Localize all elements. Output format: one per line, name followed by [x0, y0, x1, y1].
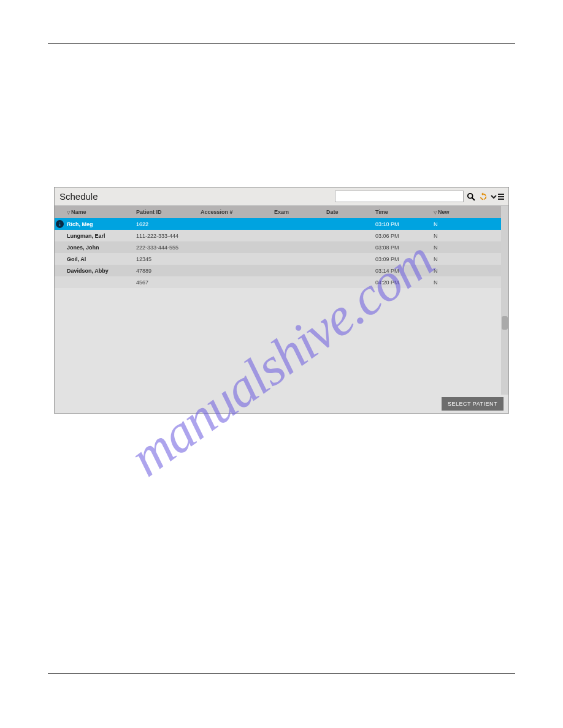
cell-patient-id: 12345 [136, 256, 201, 262]
cell-new: N [434, 279, 477, 286]
cell-name: Davidson, Abby [66, 268, 136, 274]
cell-time: 03:14 PM [375, 268, 434, 274]
scrollbar-thumb[interactable] [502, 316, 508, 330]
info-icon[interactable]: i [56, 220, 64, 228]
window-title: Schedule [59, 191, 98, 202]
cell-time: 03:08 PM [375, 245, 434, 251]
schedule-window: Schedule ▽Name Patie [54, 187, 509, 414]
cell-name: Rich, Meg [66, 221, 136, 227]
cell-time: 03:10 PM [375, 221, 434, 227]
search-icon[interactable] [466, 192, 476, 202]
svg-line-1 [472, 197, 475, 200]
col-header-exam[interactable]: Exam [274, 209, 326, 215]
table-row[interactable]: Lungman, Earl111-222-333-44403:06 PMN [55, 230, 501, 241]
table-row[interactable]: Davidson, Abby4788903:14 PMN [55, 265, 501, 276]
cell-new: N [434, 268, 477, 274]
cell-new: N [434, 233, 477, 239]
table-row[interactable]: Jones, John222-333-444-55503:08 PMN [55, 241, 501, 253]
cell-patient-id: 1622 [136, 221, 201, 227]
col-header-name[interactable]: ▽Name [66, 209, 136, 215]
cell-time: 03:09 PM [375, 256, 434, 262]
cell-new: N [434, 221, 477, 227]
col-header-new[interactable]: ▽New [434, 209, 477, 215]
cell-patient-id: 111-222-333-444 [136, 233, 201, 239]
footer-bar: SELECT PATIENT [55, 395, 508, 413]
table-row[interactable]: iRich, Meg162203:10 PMN [55, 218, 501, 230]
cell-time: 04:20 PM [375, 279, 434, 286]
col-header-time[interactable]: Time [375, 209, 434, 215]
patient-grid: ▽Name Patient ID Accession # Exam Date T… [55, 206, 501, 395]
title-bar: Schedule [55, 188, 508, 206]
select-patient-button[interactable]: SELECT PATIENT [442, 397, 504, 411]
col-header-accession[interactable]: Accession # [201, 209, 274, 215]
cell-patient-id: 4567 [136, 279, 201, 286]
cell-patient-id: 222-333-444-555 [136, 245, 201, 251]
cell-time: 03:06 PM [375, 233, 434, 239]
filter-dropdown[interactable] [491, 193, 505, 200]
cell-new: N [434, 256, 477, 262]
search-input[interactable] [335, 191, 464, 202]
cell-name: Jones, John [66, 245, 136, 251]
refresh-icon[interactable] [478, 192, 488, 202]
col-header-date[interactable]: Date [326, 209, 375, 215]
grid-header: ▽Name Patient ID Accession # Exam Date T… [55, 206, 501, 218]
svg-marker-2 [481, 192, 483, 195]
cell-new: N [434, 245, 477, 251]
toolbar-right [335, 191, 505, 202]
cell-patient-id: 47889 [136, 268, 201, 274]
table-row[interactable]: 456704:20 PMN [55, 276, 501, 288]
cell-name: Lungman, Earl [66, 233, 136, 239]
vertical-scrollbar[interactable] [501, 206, 508, 395]
table-row[interactable]: Goil, Al1234503:09 PMN [55, 253, 501, 265]
cell-name: Goil, Al [66, 256, 136, 262]
col-header-patient-id[interactable]: Patient ID [136, 209, 201, 215]
